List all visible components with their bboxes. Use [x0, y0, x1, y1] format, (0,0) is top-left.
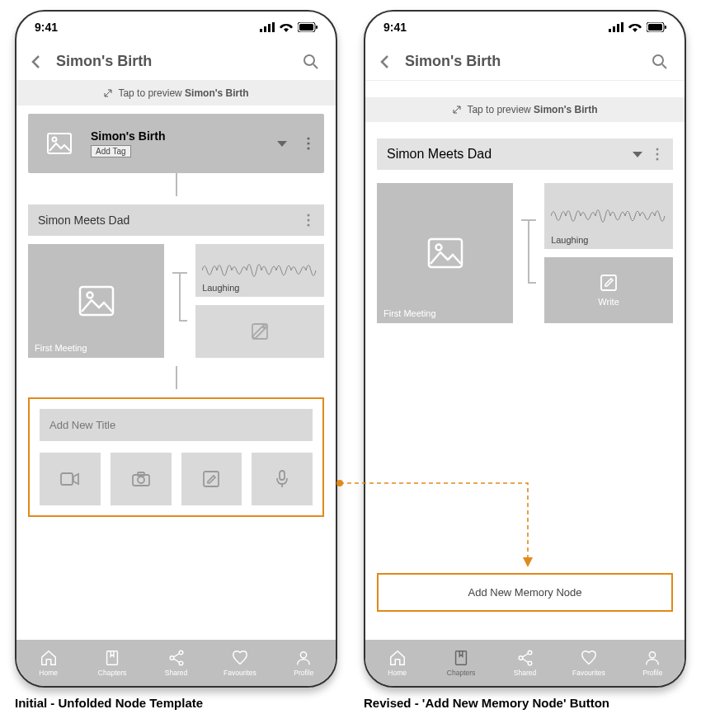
svg-line-9 [105, 90, 111, 96]
svg-rect-26 [138, 472, 144, 476]
more-icon[interactable] [652, 147, 663, 162]
svg-rect-10 [48, 134, 71, 153]
svg-point-14 [307, 142, 309, 144]
photo-caption: First Meeting [35, 343, 87, 353]
add-video-tile[interactable] [40, 453, 101, 505]
svg-point-36 [301, 652, 307, 658]
chevron-down-icon[interactable] [275, 136, 289, 151]
add-title-input[interactable]: Add New Title [40, 409, 313, 441]
svg-rect-42 [648, 24, 662, 31]
back-button[interactable] [23, 49, 49, 75]
search-button[interactable] [298, 49, 324, 75]
add-title-placeholder: Add New Title [49, 419, 115, 431]
svg-marker-47 [633, 152, 642, 157]
media-audio[interactable]: Laughing [195, 244, 324, 297]
chevron-down-icon[interactable] [630, 147, 645, 162]
search-button[interactable] [647, 49, 673, 75]
add-photo-tile[interactable] [111, 453, 172, 505]
tab-home[interactable]: Home [365, 640, 429, 686]
preview-title: Simon's Birth [534, 104, 598, 115]
svg-point-20 [87, 293, 92, 298]
svg-rect-53 [601, 275, 616, 290]
back-button[interactable] [372, 49, 398, 75]
chevron-left-icon [28, 54, 45, 70]
wifi-icon [280, 22, 293, 32]
tab-favourites[interactable]: Favourites [208, 640, 271, 686]
status-bar: 9:41 [365, 12, 685, 43]
profile-icon [294, 649, 313, 667]
svg-point-50 [656, 158, 659, 161]
audio-caption: Laughing [551, 235, 588, 245]
status-time: 9:41 [35, 21, 58, 34]
app-header: Simon's Birth [365, 43, 685, 81]
edit-icon [202, 470, 220, 488]
svg-point-15 [307, 147, 309, 149]
add-memory-node-button[interactable]: Add New Memory Node [377, 573, 673, 612]
svg-line-59 [522, 659, 528, 663]
camera-icon [131, 471, 151, 487]
home-icon [388, 649, 407, 667]
edit-icon [251, 322, 269, 341]
preview-strip[interactable]: Tap to preview Simon's Birth [365, 97, 685, 122]
tab-favourites[interactable]: Favourites [557, 640, 620, 686]
svg-rect-51 [429, 239, 462, 267]
tab-bar: Home Chapters Shared Favourites Profile [365, 640, 685, 686]
image-icon [427, 237, 463, 269]
app-header: Simon's Birth [16, 43, 336, 81]
cellular-icon [260, 22, 275, 32]
chapter-card[interactable]: Simon's Birth Add Tag [28, 114, 324, 173]
tab-chapters[interactable]: Chapters [429, 640, 492, 686]
heart-icon [231, 649, 249, 667]
connector-line [176, 366, 177, 389]
tab-shared[interactable]: Shared [144, 640, 208, 686]
chapter-name: Simon's Birth [91, 129, 265, 143]
tab-profile[interactable]: Profile [272, 640, 336, 686]
more-icon[interactable] [303, 136, 314, 151]
svg-marker-23 [73, 474, 78, 484]
media-photo[interactable]: First Meeting [377, 183, 513, 323]
svg-point-48 [656, 148, 659, 151]
video-icon [60, 471, 80, 487]
status-time: 9:41 [383, 21, 407, 34]
media-write[interactable] [195, 305, 324, 358]
sub-node-header[interactable]: Simon Meets Dad [377, 139, 673, 170]
tab-chapters[interactable]: Chapters [80, 640, 143, 686]
add-tag-chip[interactable]: Add Tag [91, 145, 131, 157]
svg-rect-2 [268, 24, 271, 32]
page-title: Simon's Birth [405, 53, 640, 70]
svg-point-11 [53, 138, 57, 142]
media-write[interactable]: Write [544, 257, 673, 323]
chevron-left-icon [377, 54, 393, 70]
heart-icon [580, 649, 598, 667]
sub-title: Simon Meets Dad [38, 214, 303, 227]
page-title: Simon's Birth [56, 53, 291, 70]
svg-line-46 [454, 106, 460, 113]
microphone-icon [274, 469, 290, 489]
preview-prefix: Tap to preview [118, 87, 185, 99]
tab-shared[interactable]: Shared [493, 640, 557, 686]
sub-node-header[interactable]: Simon Meets Dad [28, 204, 324, 236]
svg-marker-12 [277, 141, 287, 147]
media-photo[interactable]: First Meeting [28, 244, 164, 358]
svg-point-13 [307, 137, 309, 139]
svg-line-58 [522, 654, 528, 658]
cellular-icon [609, 22, 623, 32]
svg-line-45 [662, 64, 666, 68]
phone-revised: 9:41 Simon's Birth Tap to preview Simon'… [364, 10, 686, 688]
media-audio[interactable]: Laughing [544, 183, 673, 249]
svg-rect-28 [280, 471, 285, 480]
add-text-tile[interactable] [181, 453, 242, 505]
svg-rect-39 [617, 24, 619, 32]
photo-caption: First Meeting [383, 308, 436, 318]
expand-arrow-icon [103, 88, 113, 98]
svg-point-18 [308, 224, 310, 227]
add-audio-tile[interactable] [252, 453, 313, 505]
status-bar: 9:41 [16, 12, 336, 43]
tab-profile[interactable]: Profile [621, 640, 685, 686]
media-grid: First Meeting Laughing [28, 236, 324, 358]
preview-strip[interactable]: Tap to preview Simon's Birth [16, 81, 336, 106]
edit-icon [600, 274, 618, 292]
tab-home[interactable]: Home [16, 640, 80, 686]
more-icon[interactable] [303, 213, 314, 228]
media-grid: First Meeting Laughing [377, 170, 673, 323]
